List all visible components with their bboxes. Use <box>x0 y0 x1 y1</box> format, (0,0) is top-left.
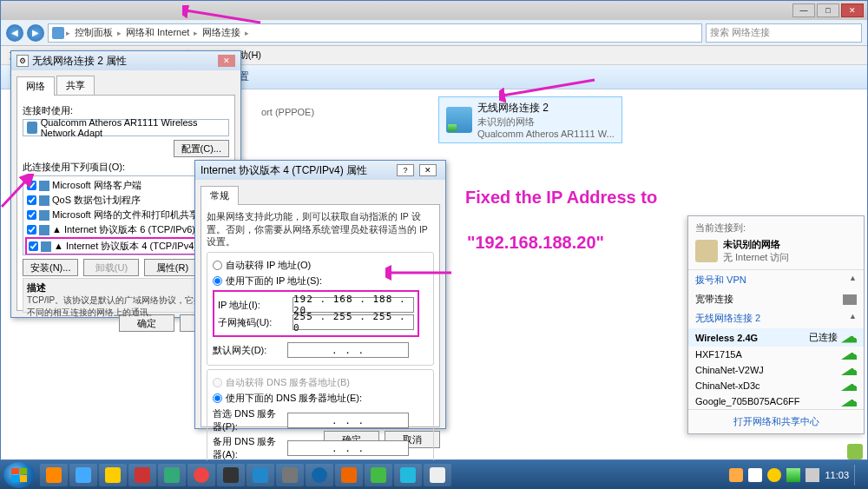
system-tray: 11:03 <box>729 465 865 486</box>
taskbar-icon[interactable] <box>365 464 392 486</box>
breadcrumb-item[interactable]: 网络和 Internet <box>123 26 192 39</box>
network-status-icon <box>695 240 718 262</box>
ip-label: IP 地址(I): <box>218 299 289 312</box>
taskbar-icon[interactable] <box>217 464 245 486</box>
wifi-item[interactable]: Wireless 2.4G已连接 <box>688 328 864 347</box>
dialog-close-button[interactable]: ✕ <box>218 55 235 67</box>
minimize-button[interactable]: — <box>792 3 815 17</box>
connection-item[interactable]: 无线网络连接 2 未识别的网络 Qualcomm Atheros AR1111 … <box>438 96 622 143</box>
adapter-icon <box>27 122 37 134</box>
nav-forward-button[interactable]: ▶ <box>27 24 44 42</box>
connection-status: 未识别的网络 <box>477 116 615 129</box>
configure-button[interactable]: 配置(C)... <box>174 140 229 157</box>
clock[interactable]: 11:03 <box>825 470 849 480</box>
dialog-icon: ⚙ <box>16 55 29 67</box>
signal-icon <box>841 349 857 360</box>
info-text: 如果网络支持此功能，则可以获取自动指派的 IP 设置。否则，你需要从网络系统管理… <box>207 210 434 248</box>
search-input[interactable]: 搜索 网络连接 <box>706 23 862 43</box>
connection-title: 无线网络连接 2 <box>477 101 615 116</box>
taskbar-icon[interactable] <box>99 464 127 486</box>
tray-icon[interactable] <box>729 468 743 482</box>
tray-icon[interactable] <box>748 468 762 482</box>
window-titlebar: — □ ✕ <box>1 1 867 20</box>
close-button[interactable]: ✕ <box>841 3 864 17</box>
taskbar: 11:03 <box>0 460 868 489</box>
flyout-section-wifi[interactable]: 无线网络连接 2▲ <box>688 308 864 328</box>
taskbar-icon[interactable] <box>128 464 156 486</box>
adapter-name: Qualcomm Atheros AR1111 Wireless Network… <box>41 117 225 138</box>
help-button[interactable]: ? <box>397 164 414 176</box>
taskbar-icon[interactable] <box>335 464 363 486</box>
flyout-section-vpn[interactable]: 拨号和 VPN▲ <box>688 270 864 290</box>
radio-auto-ip[interactable]: 自动获得 IP 地址(O) <box>213 259 428 272</box>
tab-sharing[interactable]: 共享 <box>56 76 95 95</box>
nav-back-button[interactable]: ◀ <box>6 24 23 42</box>
radio-manual-dns[interactable]: 使用下面的 DNS 服务器地址(E): <box>213 392 428 405</box>
install-button[interactable]: 安装(N)... <box>23 259 78 276</box>
taskbar-icon[interactable] <box>424 464 451 486</box>
taskbar-icon[interactable] <box>187 464 215 486</box>
gateway-label: 默认网关(D): <box>213 344 284 357</box>
pinned-apps <box>40 464 451 486</box>
open-network-center-link[interactable]: 打开网络和共享中心 <box>688 409 864 433</box>
dialog-close-button[interactable]: ✕ <box>419 164 437 176</box>
tray-network-icon[interactable] <box>786 468 800 482</box>
signal-icon <box>841 365 857 375</box>
flyout-head-label: 当前连接到: <box>695 222 746 233</box>
start-button[interactable] <box>3 462 35 488</box>
maximize-button[interactable]: □ <box>817 3 839 17</box>
pref-dns-input[interactable]: . . . <box>287 413 409 428</box>
signal-icon <box>841 380 857 391</box>
address-bar: ◀ ▶ ▸ 控制面板 ▸ 网络和 Internet ▸ 网络连接 ▸ 搜索 网络… <box>1 20 867 46</box>
taskbar-icon[interactable] <box>158 464 186 486</box>
ip-fieldset: 自动获得 IP 地址(O) 使用下面的 IP 地址(S): IP 地址(I):1… <box>207 252 434 366</box>
dns-fieldset: 自动获得 DNS 服务器地址(B) 使用下面的 DNS 服务器地址(E): 首选… <box>207 369 434 469</box>
radio-auto-dns[interactable]: 自动获得 DNS 服务器地址(B) <box>213 376 428 389</box>
taskbar-icon[interactable] <box>394 464 422 486</box>
alt-dns-input[interactable]: . . . <box>287 440 409 456</box>
wifi-item[interactable]: ChinaNet-xD3c <box>688 378 864 393</box>
taskbar-icon[interactable] <box>69 464 97 486</box>
wifi-adapter-icon <box>446 107 472 133</box>
connection-text: 无线网络连接 2 未识别的网络 Qualcomm Atheros AR1111 … <box>477 101 615 139</box>
breadcrumb-item[interactable]: 网络连接 <box>200 26 243 39</box>
show-desktop-button[interactable] <box>854 465 861 486</box>
tab-general[interactable]: 常规 <box>201 186 239 205</box>
tab-strip: 网络 共享 <box>16 76 235 96</box>
radio-manual-ip[interactable]: 使用下面的 IP 地址(S): <box>213 274 428 287</box>
signal-icon <box>841 333 857 343</box>
breadcrumb-item[interactable]: 控制面板 <box>72 26 115 39</box>
dialog-titlebar: ⚙ 无线网络连接 2 属性 ✕ <box>11 51 240 70</box>
breadcrumb[interactable]: ▸ 控制面板 ▸ 网络和 Internet ▸ 网络连接 ▸ <box>48 23 702 43</box>
subnet-mask-input[interactable]: 255 . 255 . 255 . 0 <box>293 314 414 330</box>
pppoe-label: ort (PPPOE) <box>261 107 314 117</box>
ime-indicator[interactable] <box>826 433 863 459</box>
wifi-item[interactable]: HXF1715A <box>688 347 864 362</box>
signal-icon <box>841 396 857 406</box>
uninstall-button[interactable]: 卸载(U) <box>83 259 139 276</box>
flyout-net-name: 未识别的网络 <box>723 239 780 249</box>
mask-label: 子网掩码(U): <box>218 316 289 329</box>
taskbar-icon[interactable] <box>247 464 274 486</box>
ip-highlight-box: IP 地址(I):192 . 168 . 188 . 20 子网掩码(U):25… <box>213 290 419 337</box>
network-flyout: 当前连接到: 未识别的网络 无 Internet 访问 拨号和 VPN▲ 宽带连… <box>687 215 865 434</box>
connection-adapter: Qualcomm Atheros AR1111 W... <box>477 129 615 139</box>
wifi-item[interactable]: Google_705B075AC6FF <box>688 393 864 409</box>
alt-dns-label: 备用 DNS 服务器(A): <box>213 435 284 461</box>
taskbar-icon[interactable] <box>306 464 333 486</box>
gateway-input[interactable]: . . . <box>287 342 409 358</box>
dialog-titlebar: Internet 协议版本 4 (TCP/IPv4) 属性 ? ✕ <box>195 161 445 180</box>
tray-icon[interactable] <box>767 468 781 482</box>
broadband-item[interactable]: 宽带连接 <box>688 290 864 308</box>
tray-volume-icon[interactable] <box>806 468 819 482</box>
tab-network[interactable]: 网络 <box>16 76 55 96</box>
adapter-field[interactable]: Qualcomm Atheros AR1111 Wireless Network… <box>23 119 229 136</box>
wifi-item[interactable]: ChinaNet-V2WJ <box>688 362 864 378</box>
taskbar-icon[interactable] <box>276 464 304 486</box>
control-panel-icon <box>52 27 64 39</box>
pref-dns-label: 首选 DNS 服务器(P): <box>213 407 284 433</box>
properties-button[interactable]: 属性(R) <box>144 259 200 276</box>
dialog-title-text: 无线网络连接 2 属性 <box>32 54 127 69</box>
flyout-net-status: 无 Internet 访问 <box>723 252 789 262</box>
taskbar-icon[interactable] <box>40 464 68 486</box>
